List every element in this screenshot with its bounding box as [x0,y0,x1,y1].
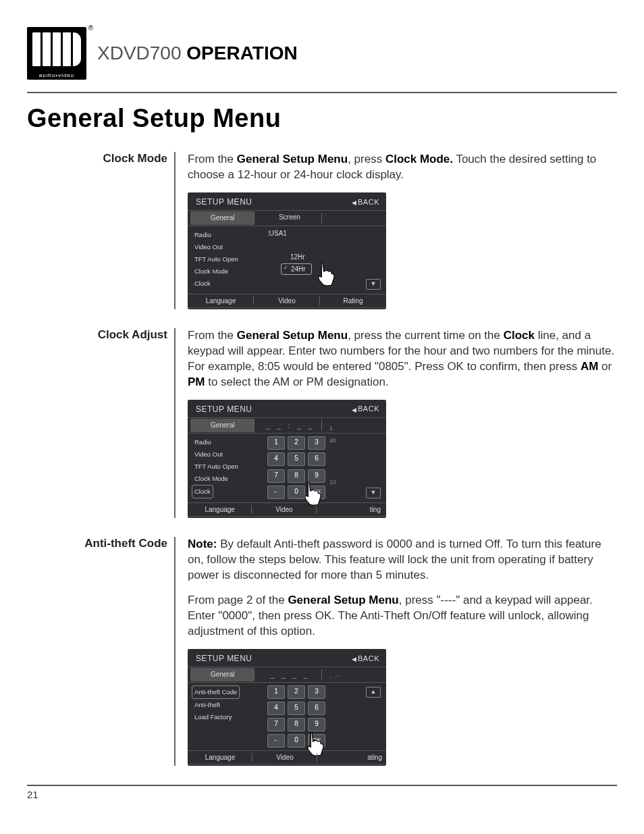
keypad-key[interactable]: 1 [267,436,285,450]
setup-menu-title: SETUP MENU [196,197,252,207]
section-label: Clock Adjust [27,328,176,518]
brand-logo: audio•video [27,27,86,80]
screenshot-clock-adjust: SETUP MENU BACK General _ _ : _ _ Radio … [188,400,386,519]
keypad-key[interactable]: 7 [267,469,285,483]
keypad-key[interactable]: 9 [308,469,325,483]
keypad-back-icon[interactable]: ← [267,486,285,499]
tab-general[interactable]: General [190,211,254,225]
tab-general[interactable]: General [190,419,254,432]
scroll-down-icon[interactable]: ▼ [366,488,381,498]
tab-empty [322,211,386,226]
menu-item[interactable]: Video Out [194,241,262,253]
keypad-key[interactable]: 6 [308,702,325,715]
page-footer: 21 [27,785,617,800]
model-number: XDVD700 [97,43,182,63]
scroll-down-icon[interactable]: ▼ [366,279,381,290]
menu-item[interactable]: Video Out [194,448,262,461]
tab-language[interactable]: Language [188,751,252,764]
keypad: 1 2 3 4 5 6 7 8 9 ← 0 OK [267,685,325,748]
tab-language[interactable]: Language [188,503,252,517]
tab-rating[interactable]: Rating [320,294,386,308]
keypad-key[interactable]: 9 [308,718,325,731]
menu-list: Anti-theft Code Anti-theft Load Factory [188,683,262,750]
back-button[interactable]: BACK [352,654,379,664]
product-title: XDVD700 OPERATION [97,43,298,64]
menu-item-selected[interactable]: Anti-theft Code [192,685,240,699]
section-anti-theft: Anti-theft Code Note: By default Anti-th… [27,537,617,766]
menu-item[interactable]: TFT Auto Open [194,461,262,473]
setup-menu-title: SETUP MENU [196,653,252,664]
setup-menu-title: SETUP MENU [196,404,252,415]
bottom-tabs: Language Video ating [188,750,386,765]
tab-video[interactable]: Video [254,294,320,308]
section-text: From the General Setup Menu, press Clock… [188,152,617,183]
keypad-ok[interactable]: OK [308,734,325,748]
tab-screen[interactable]: Screen [257,211,321,226]
keypad-key[interactable]: 8 [288,469,305,483]
keypad-key[interactable]: 3 [308,685,325,699]
tab-rating-partial[interactable]: ting [317,503,386,517]
section-label: Clock Mode [27,152,176,309]
menu-item-selected[interactable]: Clock [192,485,213,498]
section-body: Note: By default Anti-theft password is … [188,537,617,766]
top-tabs: General _ _ _ _ [188,667,386,683]
menu-list: Radio Video Out TFT Auto Open Clock Mode… [188,434,262,502]
section-body: From the General Setup Menu, press Clock… [188,152,617,309]
menu-item[interactable]: Clock Mode [194,265,262,278]
option-12hr[interactable]: 12Hr [281,253,381,262]
keypad-key[interactable]: 4 [267,452,285,466]
keypad-key[interactable]: 0 [288,486,305,499]
back-button[interactable]: BACK [352,404,379,414]
menu-item-dimmed: Anti-theft [194,699,262,711]
option-24hr[interactable]: 24Hr [281,263,312,276]
code-display: _ _ _ _ [271,671,311,680]
radio-value: :USA1 [267,229,381,238]
note-text: Note: By default Anti-theft password is … [188,537,617,583]
keypad-key[interactable]: 1 [267,685,285,699]
tab-general[interactable]: General [190,668,254,681]
tab-video[interactable]: Video [252,751,317,764]
keypad-key[interactable]: 8 [288,718,305,731]
keypad-key[interactable]: 7 [267,718,285,731]
page-heading: General Setup Menu [27,104,617,133]
tab-language[interactable]: Language [188,294,254,308]
time-display: _ _ : _ _ [266,421,315,431]
scroll-up-icon[interactable]: ▲ [366,687,381,698]
keypad-key[interactable]: 4 [267,702,285,715]
top-tabs: General _ _ : _ _ [188,417,386,434]
bottom-tabs: Language Video Rating [188,294,386,309]
menu-item[interactable]: Clock Mode [194,473,262,485]
tab-rating-partial[interactable]: ating [317,751,386,764]
brand-tagline: audio•video [27,72,86,78]
keypad-key[interactable]: 0 [288,734,305,748]
operation-label: OPERATION [186,43,297,63]
header-rule [27,92,617,93]
tab-video[interactable]: Video [252,503,316,517]
keypad-key[interactable]: 5 [288,452,305,466]
menu-item[interactable]: Clock [194,278,262,290]
section-clock-adjust: Clock Adjust From the General Setup Menu… [27,328,617,518]
keypad-key[interactable]: 2 [288,436,305,450]
menu-item[interactable]: Radio [194,229,262,241]
menu-item[interactable]: Load Factory [194,711,262,723]
tab-blank: _ _ _ _ [257,667,321,682]
keypad-key[interactable]: 6 [308,452,325,466]
keypad-back-icon[interactable]: ← [267,734,285,748]
menu-list: Radio Video Out TFT Auto Open Clock Mode… [188,226,262,294]
keypad: 1 2 3 4 5 6 7 8 9 ← 0 OK [267,436,325,500]
page-number: 21 [27,789,38,800]
page-header: audio•video XDVD700 OPERATION [27,27,617,80]
keypad-key[interactable]: 5 [288,702,305,715]
menu-item[interactable]: TFT Auto Open [194,253,262,265]
keypad-ok[interactable]: OK [308,486,325,499]
menu-item[interactable]: Radio [194,436,262,448]
bottom-tabs: Language Video ting [188,502,386,517]
back-button[interactable]: BACK [352,197,379,207]
section-label: Anti-theft Code [27,537,176,766]
keypad-key[interactable]: 2 [288,685,305,699]
section-text: From the General Setup Menu, press the c… [188,328,617,390]
section-clock-mode: Clock Mode From the General Setup Menu, … [27,152,617,309]
top-tabs: General Screen [188,210,386,226]
keypad-key[interactable]: 3 [308,436,325,450]
section-body: From the General Setup Menu, press the c… [188,328,617,518]
